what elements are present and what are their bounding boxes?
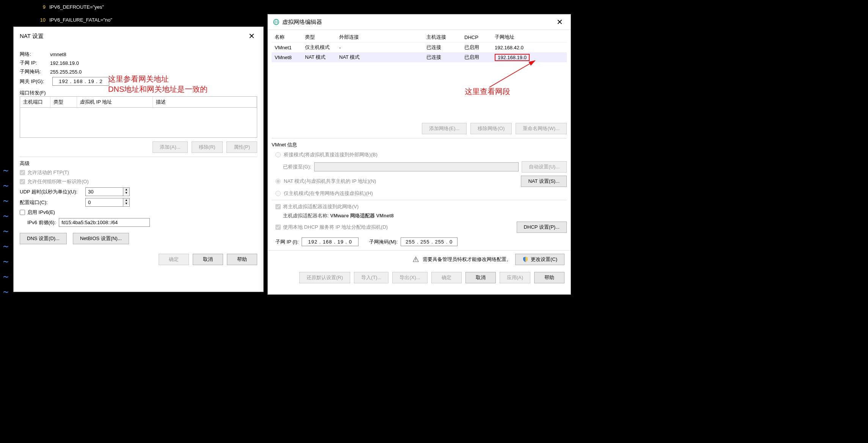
- vim-tilde: ~: [3, 254, 8, 269]
- ipv6-prefix-input[interactable]: [59, 218, 150, 227]
- use-dhcp-checkbox[interactable]: [275, 225, 281, 230]
- dialog-titlebar: NAT 设置 ✕: [14, 27, 263, 45]
- line-number: 9: [30, 1, 46, 14]
- col-type: 类型: [302, 32, 336, 42]
- vim-tilde: ~: [3, 224, 8, 239]
- spinner-up-icon[interactable]: ▲: [123, 198, 129, 202]
- network-table[interactable]: 名称 类型 外部连接 主机连接 DHCP 子网地址 VMnet1 仅主机模式 -…: [272, 32, 567, 62]
- vim-tilde: ~: [3, 193, 8, 209]
- restore-defaults-button[interactable]: 还原默认设置(R): [299, 272, 350, 283]
- connect-adapter-label: 将主机虚拟适配器连接到此网络(V): [283, 203, 359, 210]
- cancel-button[interactable]: 取消: [193, 254, 223, 265]
- ok-button[interactable]: 确定: [159, 254, 189, 265]
- udp-timeout-label: UDP 超时(以秒为单位)(U):: [20, 189, 82, 195]
- import-button[interactable]: 导入(T)...: [354, 272, 388, 283]
- col-subnet: 子网地址: [492, 32, 567, 42]
- col-ext: 外部连接: [336, 32, 423, 42]
- close-button[interactable]: ✕: [554, 17, 565, 27]
- hostonly-mode-radio[interactable]: [275, 191, 281, 196]
- vim-tilde: ~: [3, 269, 8, 284]
- dns-settings-button[interactable]: DNS 设置(D)...: [20, 233, 67, 244]
- subnet-mask-value: 255.255.255.0: [50, 69, 82, 75]
- remove-button[interactable]: 移除(R): [192, 141, 223, 153]
- adapter-name-label: 主机虚拟适配器名称:: [283, 213, 330, 218]
- vim-tilde: ~: [3, 209, 8, 224]
- dialog-titlebar: 虚拟网络编辑器 ✕: [268, 14, 571, 30]
- enable-ipv6-checkbox[interactable]: [20, 210, 25, 215]
- add-button[interactable]: 添加(A)...: [153, 141, 187, 153]
- allow-org-checkbox[interactable]: [20, 179, 25, 184]
- advanced-label: 高级: [20, 160, 257, 167]
- help-button[interactable]: 帮助: [534, 272, 565, 283]
- properties-button[interactable]: 属性(P): [226, 141, 257, 153]
- ok-button[interactable]: 确定: [431, 272, 462, 283]
- export-button[interactable]: 导出(X)...: [392, 272, 427, 283]
- spinner-down-icon[interactable]: ▼: [123, 191, 129, 195]
- subnet-mask-label: 子网掩码:: [20, 68, 47, 75]
- enable-ipv6-label: 启用 IPv6(E): [27, 209, 55, 216]
- col-type: 类型: [50, 97, 77, 107]
- spinner-up-icon[interactable]: ▲: [123, 188, 129, 191]
- dialog-title: 虚拟网络编辑器: [282, 19, 554, 26]
- port-forward-table-body[interactable]: [20, 107, 257, 138]
- nat-mode-label: NAT 模式(与虚拟机共享主机的 IP 地址)(N): [284, 178, 376, 185]
- allow-ftp-label: 允许活动的 FTP(T): [27, 169, 69, 176]
- remove-network-button[interactable]: 移除网络(O): [470, 123, 512, 134]
- nat-settings-dialog: NAT 设置 ✕ 网络:vmnet8 子网 IP:192.168.19.0 子网…: [13, 27, 264, 292]
- network-label: 网络:: [20, 51, 47, 58]
- ipv6-prefix-label: IPv6 前缀(6):: [27, 219, 56, 226]
- dhcp-settings-button[interactable]: DHCP 设置(P)...: [517, 222, 567, 233]
- table-header-row: 名称 类型 外部连接 主机连接 DHCP 子网地址: [272, 32, 567, 42]
- gateway-ip-input[interactable]: 192 . 168 . 19 . 2: [52, 77, 109, 86]
- virtual-network-editor-dialog: 虚拟网络编辑器 ✕ 名称 类型 外部连接 主机连接 DHCP 子网地址 VMne…: [267, 14, 571, 295]
- admin-warning-text: 需要具备管理员特权才能修改网络配置。: [423, 256, 511, 263]
- col-host: 主机连接: [423, 32, 461, 42]
- warning-icon: [413, 256, 419, 262]
- allow-ftp-checkbox[interactable]: [20, 170, 25, 175]
- apply-button[interactable]: 应用(A): [500, 272, 530, 283]
- auto-settings-button[interactable]: 自动设置(U)...: [522, 161, 567, 173]
- help-button[interactable]: 帮助: [227, 254, 257, 265]
- bridge-mode-radio[interactable]: [275, 152, 281, 157]
- subnet-ip-label: 子网 IP (I):: [275, 239, 299, 245]
- col-desc: 描述: [153, 97, 257, 107]
- col-host-port: 主机端口: [20, 97, 50, 107]
- vmnet-info-label: VMnet 信息: [272, 141, 567, 148]
- cancel-button[interactable]: 取消: [465, 272, 496, 283]
- subnet-ip-label: 子网 IP:: [20, 60, 47, 66]
- globe-icon: [273, 19, 279, 25]
- table-row-selected[interactable]: VMnet8 NAT 模式 NAT 模式 已连接 已启用 192.168.19.…: [272, 52, 567, 62]
- shield-icon: [522, 256, 528, 262]
- spinner-down-icon[interactable]: ▼: [123, 202, 129, 205]
- line-number: 10: [30, 14, 46, 27]
- add-network-button[interactable]: 添加网络(E)...: [422, 123, 467, 134]
- col-name: 名称: [272, 32, 302, 42]
- netbios-settings-button[interactable]: NetBIOS 设置(N)...: [73, 233, 129, 244]
- nat-mode-radio[interactable]: [275, 179, 281, 184]
- highlighted-subnet: 192.168.19.0: [495, 54, 530, 61]
- bridge-to-label: 已桥接至(G):: [283, 163, 311, 170]
- allow-org-label: 允许任何组织唯一标识符(O): [27, 178, 89, 185]
- port-forward-table-header: 主机端口 类型 虚拟机 IP 地址 描述: [20, 96, 257, 107]
- close-button[interactable]: ✕: [246, 31, 257, 41]
- subnet-mask-input[interactable]: 255 . 255 . 255 . 0: [401, 237, 458, 246]
- connect-adapter-checkbox[interactable]: [275, 204, 281, 209]
- hostonly-mode-label: 仅主机模式(在专用网络内连接虚拟机)(H): [284, 190, 373, 197]
- svg-point-4: [415, 261, 416, 261]
- vim-tilde: ~: [3, 178, 8, 193]
- gateway-ip-label: 网关 IP(G):: [20, 78, 49, 85]
- bridge-mode-label: 桥接模式(将虚拟机直接连接到外部网络)(B): [284, 151, 377, 158]
- bridge-to-combo[interactable]: [314, 162, 519, 171]
- col-vm-ip: 虚拟机 IP 地址: [77, 97, 153, 107]
- col-dhcp: DHCP: [461, 32, 492, 42]
- udp-timeout-input[interactable]: [85, 187, 123, 196]
- terminal-line: IPV6_FAILURE_FATAL="no": [49, 17, 112, 23]
- adapter-name-value: VMware 网络适配器 VMnet8: [330, 213, 394, 218]
- rename-network-button[interactable]: 重命名网络(W)...: [516, 123, 567, 134]
- table-row[interactable]: VMnet1 仅主机模式 - 已连接 已启用 192.168.42.0: [272, 42, 567, 53]
- change-settings-button[interactable]: 更改设置(C): [515, 254, 565, 265]
- config-port-input[interactable]: [85, 198, 123, 207]
- nat-settings-button[interactable]: NAT 设置(S)...: [521, 176, 567, 187]
- use-dhcp-label: 使用本地 DHCP 服务将 IP 地址分配给虚拟机(D): [283, 224, 388, 231]
- subnet-ip-input[interactable]: 192 . 168 . 19 . 0: [302, 237, 359, 246]
